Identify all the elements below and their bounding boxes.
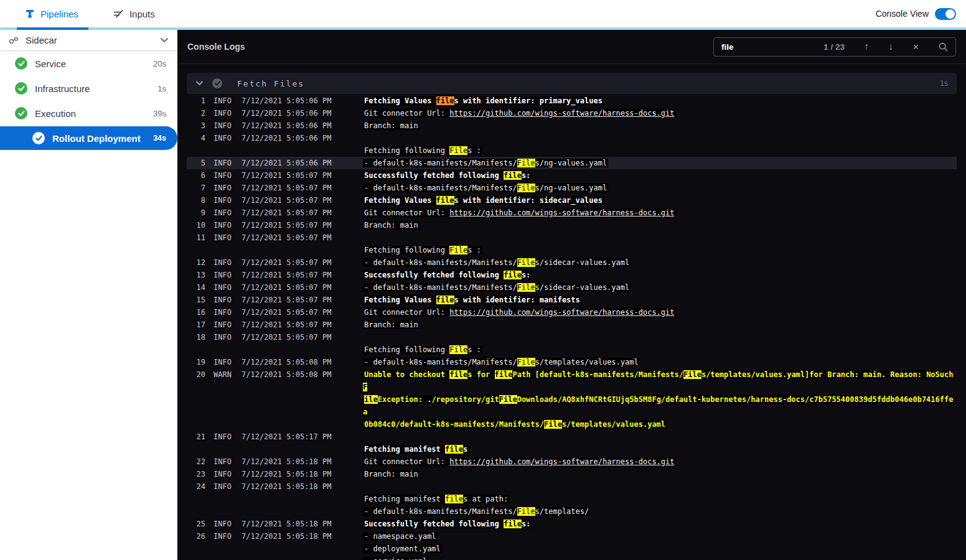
search-match: File <box>449 146 467 155</box>
log-link[interactable]: https://github.com/wings-software/harnes… <box>449 457 674 466</box>
sidebar-step-execution[interactable]: Execution39s <box>0 101 177 126</box>
log-text: s/templates/values.yaml <box>535 358 639 366</box>
search-match: F <box>363 383 367 391</box>
log-message: Fetching following Files : <box>363 244 482 256</box>
log-line-number: 3 <box>187 119 205 132</box>
console-view-label: Console View <box>876 9 929 19</box>
log-timestamp <box>242 244 332 256</box>
log-level: INFO <box>213 294 242 306</box>
search-match: File <box>517 159 535 167</box>
log-row: 15INFO7/12/2021 5:05:07 PMFetching Value… <box>187 294 957 306</box>
step-label: Execution <box>35 108 76 119</box>
console-view-toggle[interactable] <box>935 8 956 20</box>
log-text: s/ng-values.yaml <box>535 184 607 192</box>
log-timestamp: 7/12/2021 5:05:07 PM <box>242 231 332 244</box>
search-prev-icon[interactable]: ↑ <box>864 41 869 52</box>
chevron-down-icon[interactable] <box>160 37 169 43</box>
log-message: Successfully fetched following files: <box>363 169 532 182</box>
search-match-current: file <box>436 96 454 105</box>
log-message: Git connector Url: https://github.com/wi… <box>363 107 676 119</box>
log-text: s/templates/values.yaml <box>562 420 665 429</box>
log-row: 2INFO7/12/2021 5:05:06 PMGit connector U… <box>187 107 957 119</box>
log-text: s/sidecar-values.yaml <box>535 283 630 292</box>
step-label: Service <box>35 58 66 69</box>
log-line-number: 5 <box>187 157 205 169</box>
log-row: 9INFO7/12/2021 5:05:07 PMGit connector U… <box>187 207 957 219</box>
log-level: INFO <box>213 119 242 132</box>
search-icon[interactable] <box>939 42 948 52</box>
search-close-icon[interactable]: ✕ <box>912 42 919 52</box>
log-level <box>213 393 242 418</box>
log-row: Fetching manifest files at path: <box>187 493 957 505</box>
search-match: File <box>449 246 467 254</box>
log-row: 0b084c0/default-k8s-manifests/Manifests/… <box>187 418 957 431</box>
search-input[interactable]: file <box>721 42 734 52</box>
log-message: Git connector Url: https://github.com/wi… <box>363 306 676 319</box>
log-row: 12INFO7/12/2021 5:05:07 PM- default-k8s-… <box>187 256 957 269</box>
stage-header[interactable]: Sidecar <box>0 30 177 51</box>
tab-inputs[interactable]: Inputs <box>113 9 155 19</box>
log-message: - deployment.yaml <box>363 543 442 555</box>
sidebar-step-infrastructure[interactable]: Infrastructure1s <box>0 76 177 101</box>
log-row: 16INFO7/12/2021 5:05:07 PMGit connector … <box>187 306 957 319</box>
log-timestamp: 7/12/2021 5:05:07 PM <box>242 182 332 194</box>
log-message: Successfully fetched following files: <box>363 518 532 530</box>
log-line-number: 14 <box>187 281 205 294</box>
log-timestamp: 7/12/2021 5:05:17 PM <box>242 431 332 443</box>
log-row: 14INFO7/12/2021 5:05:07 PM- default-k8s-… <box>187 281 957 294</box>
log-text: Fetching manifest <box>364 445 445 454</box>
log-message: Branch: main <box>363 119 420 132</box>
log-message: Fetching Values files with identifier: p… <box>363 95 604 107</box>
log-line-number: 25 <box>187 518 205 530</box>
log-link[interactable]: https://github.com/wings-software/harnes… <box>449 208 674 217</box>
log-text: s: <box>522 271 530 279</box>
log-timestamp <box>242 393 332 418</box>
log-level: INFO <box>213 132 242 144</box>
search-next-icon[interactable]: ↓ <box>888 41 893 52</box>
log-text: Fetching following <box>364 345 449 354</box>
log-message: Fetching manifest files <box>363 443 469 455</box>
log-level: INFO <box>213 182 242 194</box>
log-search-bar[interactable]: file 1 / 23 ↑ ↓ ✕ <box>713 37 956 57</box>
log-row: Fetching following Files : <box>187 244 957 256</box>
log-level: INFO <box>213 95 242 107</box>
log-line-number: 16 <box>187 306 205 319</box>
sidebar-step-service[interactable]: Service20s <box>0 51 177 76</box>
tab-pipelines[interactable]: Pipelines <box>25 9 78 19</box>
log-message: Branch: main <box>363 219 420 231</box>
log-text: s/ng-values.yaml <box>535 159 607 167</box>
log-message: - service.yaml <box>363 555 428 560</box>
log-text: s: <box>522 171 530 180</box>
log-timestamp: 7/12/2021 5:05:06 PM <box>242 95 332 107</box>
log-level: INFO <box>213 281 242 294</box>
success-check-icon <box>15 107 27 119</box>
log-link[interactable]: https://github.com/wings-software/harnes… <box>449 308 674 317</box>
log-text: - namespace.yaml <box>364 532 436 541</box>
log-row: 20WARN7/12/2021 5:05:08 PMUnable to chec… <box>187 368 957 393</box>
log-timestamp: 7/12/2021 5:05:06 PM <box>242 157 332 169</box>
log-line-number: 26 <box>187 530 205 543</box>
log-message: 0b084c0/default-k8s-manifests/Manifests/… <box>363 418 667 431</box>
log-group-title: Fetch Files <box>237 79 304 88</box>
log-text: Fetching Values <box>364 196 436 205</box>
log-text: - default-k8s-manifests/Manifests/ <box>364 184 517 192</box>
log-message: Fetching Values files with identifier: m… <box>363 294 581 306</box>
collapse-chevron-icon[interactable] <box>195 81 204 86</box>
search-match: file <box>445 495 463 503</box>
log-line-number: 17 <box>187 319 205 331</box>
log-text: s : <box>467 146 481 155</box>
log-line-number: 23 <box>187 468 205 480</box>
log-text: Branch: main <box>364 470 418 478</box>
log-row: Fetching manifest files <box>187 443 957 455</box>
log-row: 1INFO7/12/2021 5:05:06 PMFetching Values… <box>187 95 957 107</box>
log-row: 10INFO7/12/2021 5:05:07 PMBranch: main <box>187 219 957 231</box>
log-text: Fetching Values <box>364 96 436 105</box>
log-level: INFO <box>213 530 242 543</box>
log-timestamp: 7/12/2021 5:05:07 PM <box>242 256 332 269</box>
search-match: File <box>499 395 517 404</box>
log-group-header[interactable]: Fetch Files 1s <box>187 73 957 94</box>
log-link[interactable]: https://github.com/wings-software/harnes… <box>449 109 674 118</box>
sidecar-link-icon <box>9 36 19 45</box>
log-level: WARN <box>213 368 242 393</box>
sidebar-step-rollout-deployment[interactable]: Rollout Deployment34s <box>0 126 177 150</box>
